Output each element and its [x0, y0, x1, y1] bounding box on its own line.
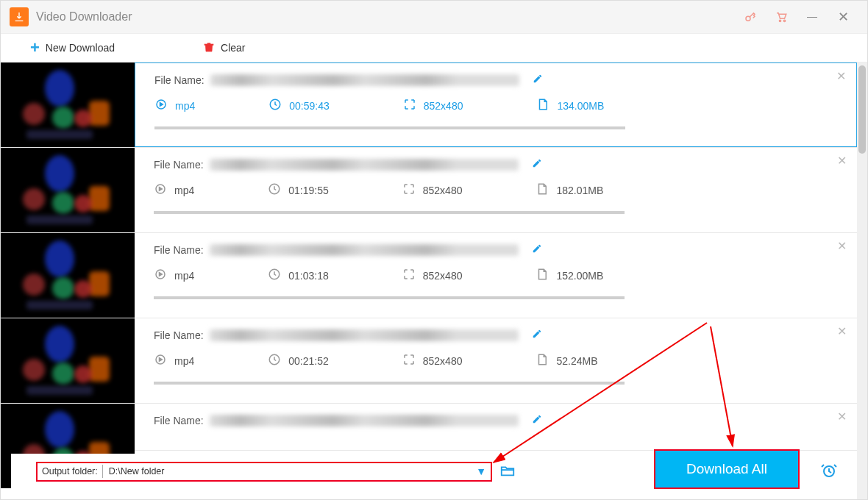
duration-value: 00:21:52 — [288, 355, 329, 367]
duration-meta: 01:03:18 — [268, 268, 329, 283]
item-card: ✕ File Name: mp4 01:03:18 852x480 152.00… — [135, 233, 857, 318]
format-meta: mp4 — [154, 98, 195, 113]
video-thumbnail[interactable] — [1, 148, 135, 232]
file-name-value — [210, 329, 519, 341]
minimize-button[interactable] — [797, 1, 828, 33]
file-icon — [536, 182, 549, 198]
plus-icon: + — [30, 40, 40, 56]
file-name-label: File Name: — [154, 159, 204, 171]
content-area: ✕ File Name: mp4 00:59:43 852x480 134.00… — [1, 63, 867, 499]
close-button[interactable]: ✕ — [828, 1, 858, 33]
list-item[interactable]: ✕ File Name: mp4 01:03:18 852x480 152.00… — [1, 233, 857, 318]
progress-bar — [154, 126, 625, 129]
meta-row: mp4 01:03:18 852x480 152.00MB — [154, 268, 842, 283]
duration-value: 01:03:18 — [288, 270, 329, 282]
edit-icon[interactable] — [533, 74, 543, 86]
resolution-meta: 852x480 — [402, 353, 463, 368]
resolution-icon — [402, 353, 416, 368]
output-folder-box[interactable]: Output folder: D:\New folder ▼ — [36, 462, 492, 482]
duration-value: 00:59:43 — [289, 100, 330, 112]
output-folder-label: Output folder: — [42, 466, 98, 476]
list-item[interactable]: ✕ File Name: mp4 00:59:43 852x480 134.00… — [1, 63, 857, 148]
size-meta: 134.00MB — [536, 98, 604, 113]
resolution-meta: 852x480 — [402, 182, 463, 198]
remove-item-button[interactable]: ✕ — [837, 410, 847, 424]
size-value: 52.24MB — [556, 355, 597, 367]
chevron-down-icon[interactable]: ▼ — [476, 465, 486, 477]
format-meta: mp4 — [154, 182, 194, 198]
new-download-button[interactable]: + New Download — [30, 40, 115, 56]
progress-bar — [154, 211, 625, 214]
toolbar: + New Download Clear — [1, 33, 867, 63]
size-meta: 52.24MB — [536, 353, 597, 368]
clock-icon — [268, 353, 281, 368]
svg-rect-3 — [204, 44, 213, 45]
download-all-label: Download All — [686, 461, 767, 477]
remove-item-button[interactable]: ✕ — [836, 69, 846, 83]
meta-row: mp4 00:21:52 852x480 52.24MB — [154, 353, 842, 368]
file-name-value — [210, 415, 519, 426]
format-value: mp4 — [174, 185, 194, 196]
meta-row: mp4 01:19:55 852x480 182.01MB — [154, 182, 842, 198]
file-name-label: File Name: — [154, 415, 204, 426]
file-icon — [536, 268, 549, 283]
clear-button[interactable]: Clear — [203, 41, 245, 55]
file-name-label: File Name: — [154, 244, 204, 256]
size-value: 134.00MB — [557, 100, 604, 112]
file-icon — [536, 353, 549, 368]
cart-icon[interactable] — [766, 1, 797, 33]
edit-icon[interactable] — [532, 414, 542, 426]
open-folder-icon[interactable] — [499, 463, 516, 481]
app-title: Video Downloader — [36, 10, 132, 24]
format-value: mp4 — [175, 100, 195, 112]
list-item[interactable]: ✕ File Name: mp4 00:21:52 852x480 52.24M… — [1, 318, 857, 404]
resolution-meta: 852x480 — [402, 268, 463, 283]
svg-point-1 — [779, 20, 780, 21]
duration-meta: 00:59:43 — [268, 98, 330, 113]
video-thumbnail[interactable] — [1, 233, 135, 318]
alarm-icon[interactable] — [820, 462, 838, 482]
edit-icon[interactable] — [532, 329, 542, 341]
resolution-value: 852x480 — [423, 355, 463, 367]
duration-meta: 00:21:52 — [268, 353, 329, 368]
edit-icon[interactable] — [532, 243, 542, 256]
clock-icon — [268, 98, 282, 113]
format-value: mp4 — [174, 270, 194, 282]
resolution-icon — [402, 182, 416, 198]
bottom-bar: Output folder: D:\New folder ▼ Download … — [11, 454, 857, 489]
format-icon — [154, 98, 168, 113]
edit-icon[interactable] — [532, 158, 542, 171]
file-name-value — [210, 74, 519, 86]
format-icon — [154, 268, 167, 283]
title-bar: Video Downloader ✕ — [1, 1, 867, 33]
format-value: mp4 — [174, 355, 194, 367]
vertical-scrollbar[interactable] — [857, 63, 867, 499]
resolution-value: 852x480 — [423, 185, 463, 196]
download-list: ✕ File Name: mp4 00:59:43 852x480 134.00… — [1, 63, 857, 499]
output-folder-path: D:\New folder — [107, 466, 476, 476]
item-card: ✕ File Name: mp4 01:19:55 852x480 182.01… — [135, 148, 857, 232]
resolution-icon — [402, 268, 416, 283]
meta-row: mp4 00:59:43 852x480 134.00MB — [154, 98, 842, 113]
scrollbar-thumb[interactable] — [858, 65, 866, 154]
size-value: 152.00MB — [556, 270, 603, 282]
format-icon — [154, 182, 167, 198]
app-logo-icon — [10, 7, 29, 26]
key-icon[interactable] — [735, 1, 766, 33]
file-name-label: File Name: — [154, 329, 204, 341]
clock-icon — [268, 182, 281, 198]
item-card: ✕ File Name: mp4 00:59:43 852x480 134.00… — [135, 63, 857, 147]
clear-label: Clear — [221, 42, 245, 54]
list-item[interactable]: ✕ File Name: — [1, 404, 857, 451]
list-item[interactable]: ✕ File Name: mp4 01:19:55 852x480 182.01… — [1, 148, 857, 233]
remove-item-button[interactable]: ✕ — [837, 154, 847, 168]
progress-bar — [154, 296, 625, 299]
size-value: 182.01MB — [556, 185, 603, 196]
video-thumbnail[interactable] — [1, 318, 135, 403]
video-thumbnail[interactable] — [1, 63, 135, 147]
download-all-button[interactable]: Download All — [654, 449, 800, 489]
resolution-value: 852x480 — [424, 100, 463, 112]
remove-item-button[interactable]: ✕ — [837, 324, 847, 338]
remove-item-button[interactable]: ✕ — [837, 239, 847, 253]
file-name-value — [210, 244, 519, 256]
